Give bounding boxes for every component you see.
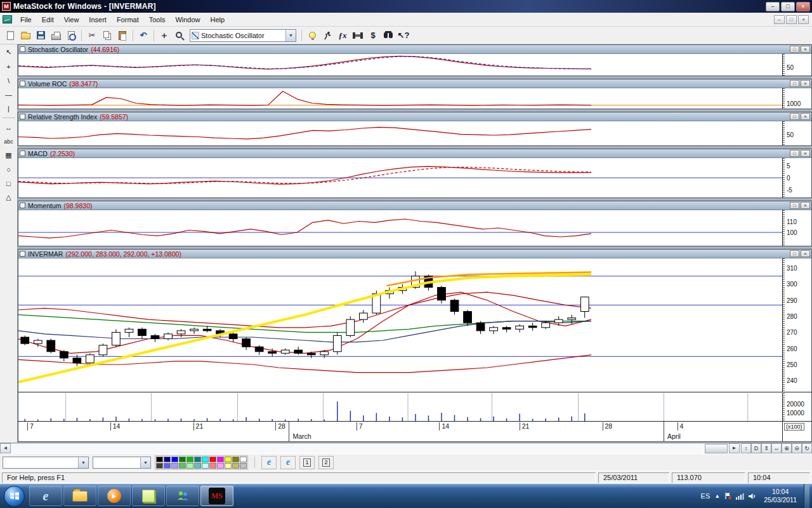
macd-chart[interactable] (18, 158, 782, 197)
panel-maximize-button[interactable]: □ (790, 80, 799, 87)
color-swatch[interactable] (217, 463, 224, 469)
panel-close-button[interactable]: × (801, 250, 810, 257)
restore-button[interactable]: □ (781, 2, 795, 11)
new-button[interactable] (3, 28, 18, 43)
color-swatch[interactable] (194, 457, 201, 462)
tray-clock[interactable]: 10:04 25/03/2011 (764, 488, 797, 504)
panel-collapse-box[interactable] (20, 251, 25, 257)
menu-format[interactable]: Format (112, 14, 144, 25)
menu-window[interactable]: Window (170, 14, 205, 25)
print-preview-button[interactable] (63, 28, 79, 43)
color-swatch[interactable] (179, 463, 186, 469)
symbol-combobox[interactable]: ▼ (3, 457, 89, 469)
layout-page-2-button[interactable]: 2 (318, 456, 334, 469)
color-swatch[interactable] (225, 463, 232, 469)
color-swatch[interactable] (171, 457, 178, 462)
taskbar-media-player-button[interactable]: ▶ (98, 486, 131, 506)
panel-collapse-box[interactable] (20, 81, 25, 86)
momentum-chart[interactable] (18, 210, 782, 246)
color-swatch[interactable] (240, 457, 247, 462)
scroll-left-button[interactable]: ◄ (0, 443, 11, 453)
panel-maximize-button[interactable]: □ (790, 46, 799, 53)
macd-scale[interactable]: 50-5 (782, 158, 811, 197)
menu-view[interactable]: View (59, 14, 84, 25)
momentum-scale[interactable]: 110100 (782, 210, 811, 246)
color-swatch[interactable] (179, 457, 186, 462)
menu-help[interactable]: Help (206, 14, 230, 25)
volume-roc-chart[interactable] (18, 88, 782, 109)
taskbar-ie-button[interactable]: e (29, 486, 62, 506)
stochastic-chart[interactable] (18, 54, 782, 76)
zoom-in-button[interactable]: ⊕ (782, 443, 792, 453)
search-button[interactable] (381, 28, 396, 43)
combobox-dropdown-arrow[interactable]: ▼ (285, 30, 296, 41)
print-button[interactable] (48, 28, 63, 43)
indicator-builder-button[interactable]: ƒx (335, 28, 350, 43)
start-button[interactable] (4, 486, 25, 507)
panel-maximize-button[interactable]: □ (790, 150, 799, 157)
panel-maximize-button[interactable]: □ (790, 250, 799, 257)
color-swatch[interactable] (217, 457, 224, 462)
system-tester-button[interactable] (350, 28, 365, 43)
panel-maximize-button[interactable]: □ (790, 202, 799, 209)
color-swatch[interactable] (156, 463, 163, 469)
taskbar-explorer-button[interactable] (63, 486, 96, 506)
panel-close-button[interactable]: × (801, 113, 810, 120)
title-bar[interactable]: M MetaStock for Windows - [INVERMAR] – □… (0, 0, 812, 13)
reset-zoom-button[interactable]: ↻ (802, 443, 812, 453)
panel-maximize-button[interactable]: □ (790, 113, 799, 120)
menu-file[interactable]: File (15, 14, 37, 25)
color-swatch[interactable] (225, 457, 232, 462)
color-swatch[interactable] (164, 463, 171, 469)
color-swatch[interactable] (209, 457, 216, 462)
period-combobox[interactable]: ▼ (93, 457, 151, 469)
paste-button[interactable] (115, 28, 130, 43)
save-button[interactable] (33, 28, 48, 43)
tool-ellipse[interactable]: ○ (2, 163, 16, 175)
tool-trendline[interactable]: \ (2, 74, 16, 86)
color-swatch[interactable] (187, 457, 193, 462)
panel-collapse-box[interactable] (20, 150, 25, 156)
scrollbar-thumb[interactable] (705, 444, 728, 453)
language-indicator[interactable]: ES (701, 492, 710, 500)
panel-collapse-box[interactable] (20, 203, 25, 208)
show-desktop-button[interactable] (804, 484, 809, 508)
minimize-button[interactable]: – (766, 2, 780, 11)
panel-header[interactable]: INVERMAR (292.000, 283.000, 292.000, +13… (18, 250, 811, 258)
action-center-flag-icon[interactable] (724, 492, 731, 500)
browser-button-1[interactable]: e (261, 456, 277, 469)
menu-insert[interactable]: Insert (84, 14, 112, 25)
dates-button[interactable]: D (751, 443, 761, 453)
tool-pointer[interactable]: ↖ (2, 46, 16, 58)
combobox-dropdown-arrow[interactable]: ▼ (140, 457, 150, 468)
color-swatch[interactable] (209, 463, 216, 469)
panel-collapse-box[interactable] (20, 114, 25, 119)
tool-vertical-line[interactable]: | (2, 102, 16, 114)
context-help-button[interactable]: ↖? (396, 28, 411, 43)
volume-scale[interactable]: 2000010000 (782, 393, 811, 421)
color-swatch[interactable] (232, 463, 239, 469)
pointer-mode-button[interactable]: + (157, 28, 172, 43)
child-minimize-button[interactable]: – (774, 15, 785, 24)
vertical-scale-button[interactable]: ↕ (741, 443, 751, 453)
color-swatch[interactable] (202, 463, 209, 469)
expert-advisor-button[interactable] (304, 28, 320, 43)
color-swatch[interactable] (202, 457, 209, 462)
explorer-button[interactable] (320, 28, 335, 43)
undo-button[interactable]: ↶ (136, 28, 151, 43)
tool-horizontal-line[interactable]: — (2, 88, 16, 100)
child-restore-button[interactable]: □ (786, 15, 797, 24)
show-hidden-icons[interactable]: ▲ (714, 493, 720, 499)
scrollbar-track[interactable] (11, 443, 729, 453)
rsi-chart[interactable] (18, 121, 782, 145)
panel-close-button[interactable]: × (801, 202, 810, 209)
child-close-button[interactable]: × (798, 15, 809, 24)
price-chart[interactable] (18, 258, 782, 392)
color-swatch[interactable] (164, 457, 171, 462)
open-button[interactable] (18, 28, 33, 43)
browser-button-2[interactable]: e (280, 456, 296, 469)
color-swatch[interactable] (187, 463, 193, 469)
cut-button[interactable]: ✂ (84, 28, 100, 43)
color-swatch[interactable] (232, 457, 239, 462)
tool-expand[interactable]: ↔ (2, 121, 16, 133)
